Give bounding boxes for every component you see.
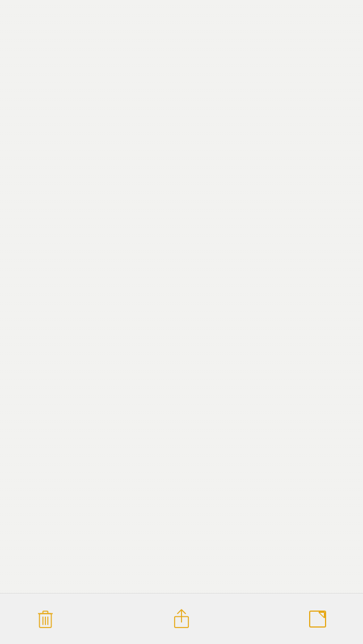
back-label: Tillbaka xyxy=(18,41,60,56)
battery-icon xyxy=(334,11,354,21)
svg-rect-2 xyxy=(335,12,349,19)
delete-button[interactable] xyxy=(34,608,57,630)
list-item: Riley xyxy=(16,231,347,256)
no-service-label: No Service xyxy=(9,10,59,22)
back-chevron-icon: ‹ xyxy=(9,41,14,56)
list-item: Ozzie xyxy=(16,129,347,155)
edit-button[interactable] xyxy=(306,608,329,630)
status-time: 4:56 PM xyxy=(160,9,203,22)
toolbar xyxy=(0,593,363,644)
svg-rect-3 xyxy=(351,14,353,18)
wifi-icon xyxy=(64,10,76,22)
list-item: Tater xyxy=(16,282,347,307)
status-bar: No Service 4:56 PM xyxy=(0,0,363,31)
list-item: Jake xyxy=(16,205,347,231)
status-right xyxy=(321,9,354,23)
status-left: No Service xyxy=(9,10,76,22)
svg-rect-14 xyxy=(310,611,326,627)
back-button[interactable]: ‹ Tillbaka xyxy=(9,41,60,56)
note-area: 9 september 2014 09:41 Potential dog nam… xyxy=(0,65,363,599)
share-button[interactable] xyxy=(170,608,193,630)
svg-point-0 xyxy=(69,17,71,19)
list-item: Quincy xyxy=(16,180,347,206)
note-date: 9 september 2014 09:41 xyxy=(16,77,347,87)
list-item: Mookie xyxy=(16,155,347,180)
note-title: Potential dog names xyxy=(16,100,347,118)
note-body[interactable]: OzzieMookieQuincyJakeRileyCooperTater xyxy=(16,129,347,307)
list-item: Cooper xyxy=(16,256,347,282)
bluetooth-icon xyxy=(321,9,329,23)
note-content[interactable]: 9 september 2014 09:41 Potential dog nam… xyxy=(0,65,363,599)
nav-bar: ‹ Tillbaka xyxy=(0,31,363,65)
